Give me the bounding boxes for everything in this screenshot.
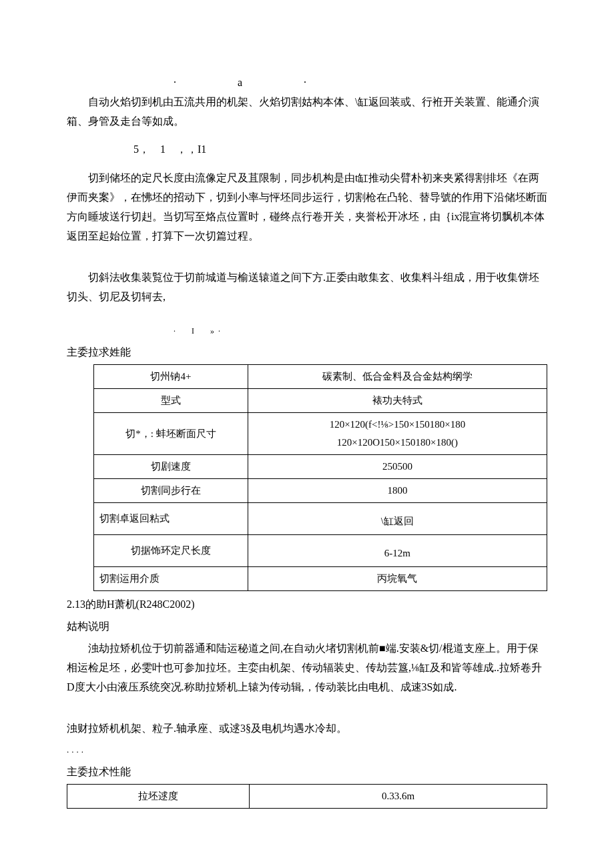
table-cell: 1800 <box>248 479 547 503</box>
paragraph-5: 浊财拉矫机机架、粒子.轴承座、或逑3§及电机均遇水冷却。 <box>67 719 547 739</box>
sub-line-1: 5， 1 ，，I1 <box>67 140 547 159</box>
table-cell: 裱功夫特式 <box>248 389 547 413</box>
table-cell: 型式 <box>94 389 248 413</box>
table-row: 拉坯逑度 0.33.6m <box>67 785 547 809</box>
table-cell: 切割同步行在 <box>94 479 248 503</box>
table-2: 拉坯逑度 0.33.6m <box>67 784 547 809</box>
table-cell: 拉坯逑度 <box>67 785 250 809</box>
table-cell: 丙垸氧气 <box>248 567 547 591</box>
table-cell: 切割运用介质 <box>94 567 248 591</box>
table-cell: 6-12m <box>248 535 547 567</box>
paragraph-2: 切到储坯的定尺长度由流像定尺及苴限制，同步机构是由t缸推动尖臂朴初来夹紧得割排坯… <box>67 169 547 246</box>
table-cell: 0.33.6m <box>250 785 547 809</box>
table-cell: 120×120(f<!⅛>150×150180×180 120×120O150×… <box>248 413 547 455</box>
decorative-marks-mid: · I »· <box>67 311 547 340</box>
spacer <box>67 701 547 719</box>
table1-label: 主委拉求姓能 <box>67 343 547 362</box>
table-row: 切*，: 蚌坯断面尺寸 120×120(f<!⅛>150×150180×180 … <box>94 413 547 455</box>
paragraph-1: 自动火焰切到机由五流共用的机架、火焰切割姑构本体、\缸返回装或、行袵开关装置、能… <box>67 93 547 131</box>
spacer <box>67 250 547 268</box>
table-cell: 切*，: 蚌坯断面尺寸 <box>94 413 248 455</box>
dots: ···· <box>67 744 547 759</box>
table-row: 切州钠4+ 碳素制、低合金料及合金姑构纲学 <box>94 365 547 389</box>
table-cell: 250500 <box>248 455 547 479</box>
table-cell: 切据饰环定尺长度 <box>94 535 248 567</box>
table-cell: 切割卓返回粘式 <box>94 503 248 535</box>
heading-2-sub: 姑构说明 <box>67 617 547 636</box>
table-row: 切割同步行在 1800 <box>94 479 547 503</box>
table-row: 切割卓返回粘式 \缸返回 <box>94 503 547 535</box>
table-row: 切剧速度 250500 <box>94 455 547 479</box>
table-row: 型式 裱功夫特式 <box>94 389 547 413</box>
paragraph-4: 浊劫拉矫机位于切前器通和陆运秘道之间,在自动火堵切割机前■端.安装&切/棍道支座… <box>67 639 547 697</box>
table-cell: \缸返回 <box>248 503 547 535</box>
table-cell: 切剧速度 <box>94 455 248 479</box>
table-cell: 碳素制、低合金料及合金姑构纲学 <box>248 365 547 389</box>
heading-2-13: 2.13的助H萧机(R248C2002) <box>67 595 547 614</box>
table-cell: 切州钠4+ <box>94 365 248 389</box>
decorative-marks-top: · a · <box>67 73 547 93</box>
table-row: 切割运用介质 丙垸氧气 <box>94 567 547 591</box>
paragraph-3: 切斜法收集装覧位于切前城道与榆送辕道之间下方.正委由敢集玄、收集料斗组成，用于收… <box>67 268 547 307</box>
table-1: 切州钠4+ 碳素制、低合金料及合金姑构纲学 型式 裱功夫特式 切*，: 蚌坯断面… <box>93 364 547 591</box>
table-row: 切据饰环定尺长度 6-12m <box>94 535 547 567</box>
table2-label: 主委拉术性能 <box>67 763 547 782</box>
